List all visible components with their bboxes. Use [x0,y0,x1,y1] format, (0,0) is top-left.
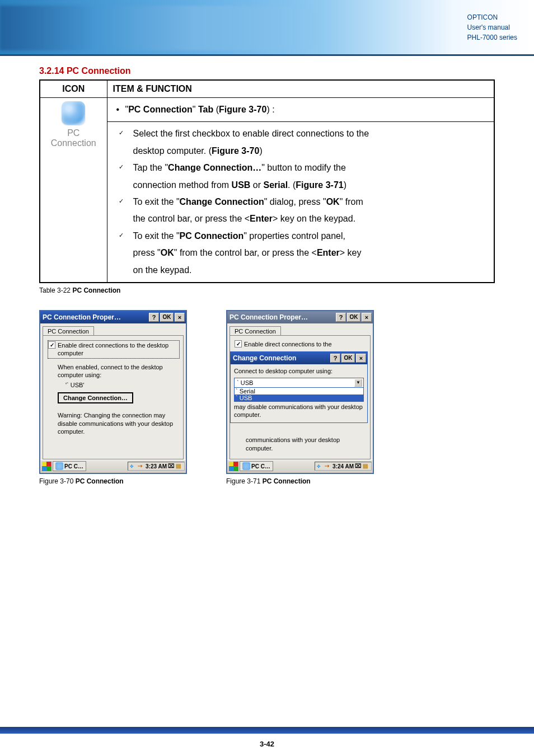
option-usb[interactable]: ` USB [235,395,363,401]
doc-type: User's manual [467,22,517,32]
checkbox-icon[interactable]: ✓ [235,340,242,348]
table-caption: Table 3-22 PC Connection [39,287,495,294]
product-series: PHL-7000 series [467,32,517,43]
function-table: ICON ITEM & FUNCTION PC Connection "PC C… [39,79,495,283]
tab-pc-connection[interactable]: PC Connection [43,326,94,336]
antenna-icon: ⟡ [130,463,137,469]
keyboard-icon[interactable]: ⌧ [168,463,175,469]
dropdown-selected: ` USB [236,379,354,386]
when-enabled-text: When enabled, connect to the desktop com… [58,363,180,379]
enable-direct-checkbox-row-71[interactable]: ✓ Enable direct connections to the [235,340,367,348]
signal-icon: ⇢ [138,463,144,469]
desktop-icon[interactable]: ▤ [363,463,369,469]
brand-name: OPTICON [467,12,517,22]
taskbar-app-71[interactable]: PC C… [240,461,273,471]
dropdown-list: ` Serial ` USB [234,388,364,402]
taskbar-app-70[interactable]: PC C… [53,461,86,471]
step-3: To exit the "Change Connection" dialog, … [113,194,489,228]
clock-70: 3:23 AM [146,463,167,469]
overlay-ok-button[interactable]: OK [341,354,355,363]
overlay-help-button[interactable]: ? [330,354,340,363]
figure-70-caption: Figure 3-70 PC Connection [39,477,187,485]
below-warning-text: communications with your desktop compute… [246,436,366,452]
keyboard-icon[interactable]: ⌧ [355,463,362,469]
start-icon[interactable] [41,461,51,471]
footer-bar [0,727,534,734]
connect-label: Connect to desktop computer using: [231,364,367,374]
checkbox-label: Enable direct connections to the desktop… [58,341,177,358]
antenna-icon: ⟡ [317,463,324,469]
figure-71-caption: Figure 3-71 PC Connection [226,477,374,485]
icon-cell: PC Connection [40,98,107,283]
connection-dropdown[interactable]: ` USB ▼ [234,378,364,388]
overlay-close-button[interactable]: × [356,354,366,363]
figure-3-71-screenshot: PC Connection Proper… ? OK × PC Connecti… [226,310,374,474]
title-text-71: PC Connection Proper… [229,313,335,321]
change-connection-button[interactable]: Change Connection… [58,392,133,403]
overlay-warning: may disable communications with your des… [234,403,364,419]
desktop-icon[interactable]: ▤ [176,463,182,469]
tab-pc-connection[interactable]: PC Connection [229,326,281,336]
overlay-titlebar: Change Connection ? OK × [231,352,367,364]
start-icon[interactable] [228,461,238,471]
system-tray-70: ⟡ ⇢ 3:23 AM ⌧ ▤ [128,462,185,471]
help-button[interactable]: ? [336,313,346,322]
step-2: Tap the "Change Connection…" button to m… [113,159,489,194]
step-1: Select the first checkbox to enable dire… [113,125,489,159]
page-number: 3-42 [0,740,534,748]
ok-button[interactable]: OK [347,313,360,322]
step-4: To exit the "PC Connection" properties c… [113,228,489,279]
tab-heading-row: "PC Connection" Tab (Figure 3-70) : [113,101,489,118]
clock-71: 3:24 AM [332,463,354,469]
icon-label: PC Connection [46,128,101,148]
taskbar-70: PC C… ⟡ ⇢ 3:23 AM ⌧ ▤ [40,459,186,473]
th-icon: ICON [40,80,107,98]
titlebar-71: PC Connection Proper… ? OK × [227,311,373,323]
section-title: 3.2.14 PC Connection [39,66,495,76]
chevron-down-icon[interactable]: ▼ [354,379,362,387]
signal-icon: ⇢ [325,463,331,469]
checkbox-icon[interactable]: ✓ [48,341,55,349]
pc-connection-icon [62,101,85,125]
change-connection-dialog: Change Connection ? OK × Connect to desk… [230,351,368,423]
help-button[interactable]: ? [149,313,159,322]
titlebar-70: PC Connection Proper… ? OK × [40,311,186,323]
system-tray-71: ⟡ ⇢ 3:24 AM ⌧ ▤ [315,462,372,471]
ok-button[interactable]: OK [160,313,174,322]
figure-3-70-screenshot: PC Connection Proper… ? OK × PC Connecti… [39,310,187,474]
app-icon [55,462,63,470]
th-item: ITEM & FUNCTION [107,80,494,98]
page-header: OPTICON User's manual PHL-7000 series [0,0,534,56]
close-button[interactable]: × [362,313,372,322]
title-text-70: PC Connection Proper… [43,313,148,321]
warning-text: Warning: Changing the connection may dis… [58,411,180,435]
app-icon [242,462,250,470]
overlay-title: Change Connection [233,354,329,362]
enable-direct-checkbox-row[interactable]: ✓ Enable direct connections to the deskt… [48,340,180,359]
option-serial[interactable]: ` Serial [235,388,363,395]
connection-value: '` USB' [65,381,180,389]
close-button[interactable]: × [175,313,185,322]
checkbox-label-71: Enable direct connections to the [244,340,332,348]
header-graphic [0,6,320,50]
taskbar-71: PC C… ⟡ ⇢ 3:24 AM ⌧ ▤ [227,459,373,473]
